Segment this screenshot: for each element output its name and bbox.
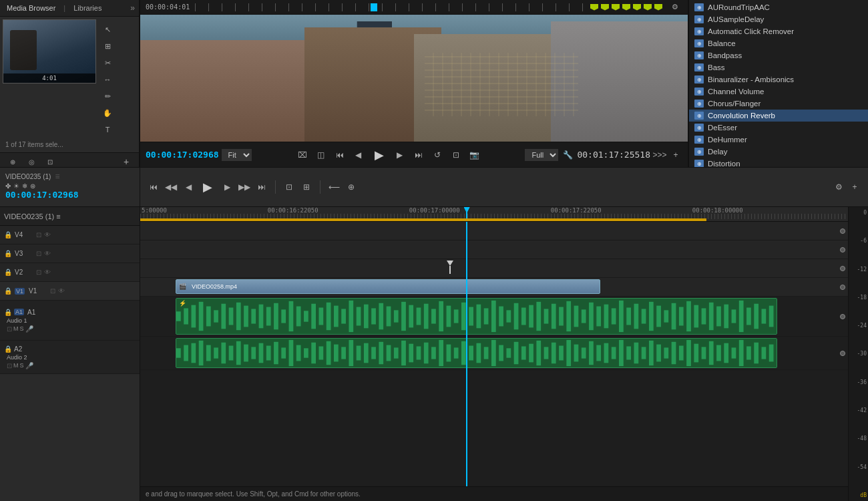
tl-insert-btn[interactable]: ⟵ [327,180,341,194]
monitor-full-select[interactable]: Full [525,149,558,161]
add-control-btn[interactable]: + [669,148,682,162]
svg-rect-75 [732,309,736,323]
svg-rect-156 [732,347,736,358]
svg-rect-116 [431,347,436,359]
tool-pen[interactable]: ✏ [100,89,115,104]
svg-rect-133 [559,346,564,361]
play-button[interactable]: ▶ [371,146,388,164]
prev-frame-btn[interactable]: ⏮ [333,148,347,162]
svg-rect-36 [439,301,443,331]
tab-libraries[interactable]: Libraries [71,3,104,13]
svg-rect-5 [206,307,211,327]
svg-rect-143 [634,343,638,364]
track-v1-dot [840,285,845,290]
vu-6: -6 [850,238,867,244]
svg-rect-41 [477,305,481,329]
tl-step-back-btn[interactable]: ◀ [182,180,195,194]
audio-clip-a2[interactable] [176,338,777,368]
svg-rect-4 [199,302,204,331]
marker-settings-btn[interactable]: ⚙ [668,0,682,15]
tl-add-btn[interactable]: + [848,180,861,194]
tool-arrow[interactable]: ↖ [100,22,115,37]
svg-rect-106 [357,346,361,361]
tl-step-fwd-btn[interactable]: ▶ [220,180,234,194]
tool-slip[interactable]: ↔ [100,72,115,87]
svg-rect-57 [596,307,601,327]
svg-rect-9 [236,303,241,330]
vu-36: -36 [850,379,867,385]
video-clip-v1[interactable]: 🎬 VIDEO0258.mp4 [176,279,600,294]
tool-ripple[interactable]: ⊞ [100,39,115,53]
effect-item-bandpass[interactable]: ⊕Bandpass [689,49,868,61]
tl-forward-btn[interactable]: ▶▶ [238,180,251,194]
svg-rect-119 [454,347,459,358]
tl-lift-btn[interactable]: ⊡ [282,180,296,194]
svg-rect-31 [401,302,406,331]
tl-play-btn[interactable]: ▶ [199,178,216,196]
svg-rect-155 [724,343,728,363]
timeline-ruler[interactable]: 5:00000 00:00:16:22050 00:00:17:00000 00… [140,207,848,222]
effect-label: AUSampleDelay [708,15,764,23]
effect-item-auroundtripaac[interactable]: ⊕AURoundTripAAC [689,1,868,13]
waveform-a1 [176,299,777,334]
loop-btn[interactable]: ↺ [431,148,444,162]
tool-razor[interactable]: ✂ [100,55,115,70]
ruler-playhead [371,3,377,11]
mark-in-btn[interactable]: ⌧ [296,148,309,162]
svg-rect-141 [619,340,624,366]
track-a2-dot [840,351,845,356]
sequence-label: VIDEO0235 (1) [5,173,51,180]
ruler-mark-0: 5:00000 [142,207,167,214]
audio-clip-a1[interactable]: ⚡ [176,298,777,335]
status-bar: e and drag to marquee select. Use Shift,… [140,486,848,501]
effect-item-distortion[interactable]: ⊕Distortion [689,158,868,167]
svg-rect-54 [574,306,579,327]
effect-item-binauralizer---ambisonics[interactable]: ⊕Binauralizer - Ambisonics [689,73,868,86]
svg-rect-80 [769,306,774,327]
effect-item-balance[interactable]: ⊕Balance [689,37,868,49]
svg-rect-66 [664,310,668,322]
effect-item-chorus/flanger[interactable]: ⊕Chorus/Flanger [689,98,868,110]
svg-rect-71 [702,308,706,324]
svg-rect-1 [176,311,181,321]
camera-btn[interactable]: 📷 [468,148,481,162]
svg-rect-108 [371,347,376,359]
svg-rect-118 [447,345,451,362]
next-frame-btn[interactable]: ⏭ [412,148,425,162]
effect-label: Chorus/Flanger [708,100,761,108]
effect-item-bass[interactable]: ⊕Bass [689,61,868,73]
tl-overwrite-btn[interactable]: ⊕ [345,180,358,194]
svg-rect-52 [559,307,564,326]
safe-margins-btn[interactable]: ⊡ [449,148,463,162]
mark-out-btn[interactable]: ◫ [314,148,328,162]
effect-item-convolution-reverb[interactable]: ⊕Convolution Reverb [689,110,868,122]
more-controls-btn[interactable]: >>> [653,148,666,162]
effect-item-channel-volume[interactable]: ⊕Channel Volume [689,86,868,98]
effect-label: Delay [708,148,727,156]
tl-rewind-btn[interactable]: ◀◀ [164,180,178,194]
vu-54: -54 [850,464,867,470]
track-labels-container: 🔒 V4 ⊡ 👁 🔒 V3 ⊡ 👁 🔒 V2 [0,226,140,501]
wrench-btn[interactable]: 🔧 [561,148,574,162]
tool-hand[interactable]: ✋ [100,106,115,120]
monitor-fit-select[interactable]: Fit [222,149,252,161]
tl-extract-btn[interactable]: ⊞ [300,180,313,194]
tl-settings-btn[interactable]: ⚙ [832,180,845,194]
effect-item-ausampledelay[interactable]: ⊕AUSampleDelay [689,13,868,25]
effect-item-automatic-click-remover[interactable]: ⊕Automatic Click Remover [689,25,868,37]
rewind-btn[interactable]: ◀ [352,148,365,162]
effect-item-dehummer[interactable]: ⊕DeHummer [689,134,868,146]
tab-media-browser[interactable]: Media Browser [4,3,58,13]
effect-item-deesser[interactable]: ⊕DeEsser [689,122,868,134]
svg-rect-21 [327,303,331,330]
status-text: e and drag to marquee select. Use Shift,… [146,490,361,498]
track-label-v2: 🔒 V2 ⊡ 👁 [0,263,140,282]
svg-rect-22 [334,306,339,327]
effect-icon: ⊕ [694,112,704,120]
tl-next-btn[interactable]: ⏭ [255,180,268,194]
forward-btn[interactable]: ▶ [393,148,407,162]
tl-prev-btn[interactable]: ⏮ [147,180,160,194]
effect-item-delay[interactable]: ⊕Delay [689,146,868,158]
tool-text[interactable]: T [100,122,115,137]
svg-rect-26 [364,305,369,329]
